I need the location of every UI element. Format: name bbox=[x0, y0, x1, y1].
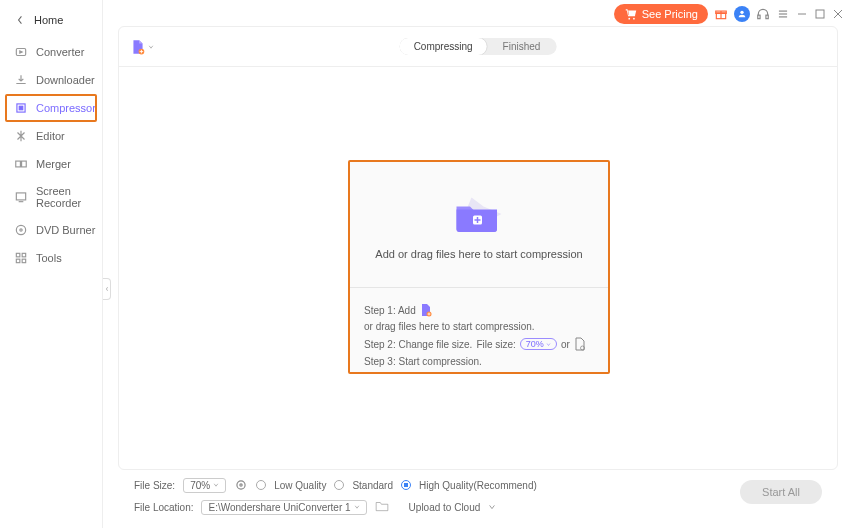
dropzone-prompt: Add or drag files here to start compress… bbox=[375, 248, 582, 260]
window-close-icon[interactable] bbox=[832, 8, 844, 20]
svg-rect-12 bbox=[816, 10, 824, 18]
sidebar-item-label: Merger bbox=[36, 158, 71, 170]
tools-icon bbox=[14, 251, 28, 265]
sidebar-item-label: Screen Recorder bbox=[36, 185, 96, 209]
back-home[interactable]: Home bbox=[0, 0, 102, 38]
svg-marker-16 bbox=[20, 51, 22, 53]
window-minimize-icon[interactable] bbox=[796, 8, 808, 20]
folder-add-icon bbox=[449, 190, 509, 238]
step1-a: Step 1: Add bbox=[364, 305, 416, 316]
q-high: High Quality(Recommend) bbox=[419, 480, 537, 491]
file-size-select[interactable]: 70% bbox=[183, 478, 226, 493]
step2-select[interactable]: 70% bbox=[520, 338, 557, 350]
sidebar-item-compressor[interactable]: Compressor bbox=[5, 94, 97, 122]
svg-point-40 bbox=[240, 484, 242, 486]
step2-a: Step 2: Change file size. bbox=[364, 339, 472, 350]
radio-standard[interactable] bbox=[334, 480, 344, 490]
file-add-icon bbox=[420, 303, 432, 317]
add-file-button[interactable] bbox=[131, 39, 154, 55]
svg-point-24 bbox=[20, 229, 22, 231]
top-bar: See Pricing bbox=[614, 4, 844, 24]
sidebar-item-label: Editor bbox=[36, 130, 65, 142]
svg-point-1 bbox=[633, 18, 635, 20]
settings-icon[interactable] bbox=[234, 478, 248, 492]
chevron-down-icon[interactable] bbox=[488, 503, 496, 511]
svg-rect-19 bbox=[16, 161, 21, 167]
radio-high[interactable] bbox=[401, 480, 411, 490]
sidebar-item-label: Compressor bbox=[36, 102, 96, 114]
step1-b: or drag files here to start compression. bbox=[364, 321, 535, 332]
q-low: Low Quality bbox=[274, 480, 326, 491]
svg-rect-6 bbox=[758, 15, 760, 19]
sidebar-item-label: Downloader bbox=[36, 74, 95, 86]
home-label: Home bbox=[34, 14, 63, 26]
window-maximize-icon[interactable] bbox=[814, 8, 826, 20]
svg-rect-21 bbox=[16, 193, 25, 200]
chevron-down-icon bbox=[148, 44, 154, 50]
tab-finished[interactable]: Finished bbox=[487, 38, 557, 55]
see-pricing-button[interactable]: See Pricing bbox=[614, 4, 708, 24]
svg-point-39 bbox=[237, 481, 245, 489]
main-toolbar: Compressing Finished bbox=[119, 27, 837, 67]
gift-icon[interactable] bbox=[714, 7, 728, 21]
sidebar-item-label: Tools bbox=[36, 252, 62, 264]
editor-icon bbox=[14, 129, 28, 143]
sidebar-item-editor[interactable]: Editor bbox=[0, 122, 102, 150]
file-location-label: File Location: bbox=[134, 502, 193, 513]
cart-icon bbox=[624, 7, 638, 21]
sidebar-item-tools[interactable]: Tools bbox=[0, 244, 102, 272]
sidebar: Home Converter Downloader Compressor Edi… bbox=[0, 0, 103, 528]
sidebar-item-converter[interactable]: Converter bbox=[0, 38, 102, 66]
svg-point-0 bbox=[628, 18, 630, 20]
file-settings-icon bbox=[574, 337, 586, 351]
file-location-select[interactable]: E:\Wondershare UniConverter 1 bbox=[201, 500, 366, 515]
step2-or: or bbox=[561, 339, 570, 350]
dvd-burner-icon bbox=[14, 223, 28, 237]
svg-rect-7 bbox=[766, 15, 768, 19]
compressor-icon bbox=[14, 101, 28, 115]
open-folder-icon[interactable] bbox=[375, 500, 389, 514]
sidebar-item-screen-recorder[interactable]: Screen Recorder bbox=[0, 178, 102, 216]
tab-segment: Compressing Finished bbox=[400, 38, 557, 55]
svg-rect-18 bbox=[19, 106, 23, 110]
downloader-icon bbox=[14, 73, 28, 87]
dropzone[interactable]: Add or drag files here to start compress… bbox=[348, 160, 610, 374]
step3: Step 3: Start compression. bbox=[364, 356, 482, 367]
sidebar-item-dvd-burner[interactable]: DVD Burner bbox=[0, 216, 102, 244]
svg-rect-26 bbox=[22, 253, 26, 257]
converter-icon bbox=[14, 45, 28, 59]
file-size-label: File Size: bbox=[134, 480, 175, 491]
headset-icon[interactable] bbox=[756, 7, 770, 21]
radio-low[interactable] bbox=[256, 480, 266, 490]
sidebar-item-label: Converter bbox=[36, 46, 84, 58]
user-icon[interactable] bbox=[734, 6, 750, 22]
tab-compressing[interactable]: Compressing bbox=[400, 38, 488, 55]
start-all-button[interactable]: Start All bbox=[740, 480, 822, 504]
svg-point-23 bbox=[16, 225, 25, 234]
svg-rect-28 bbox=[22, 259, 26, 263]
upload-cloud-label: Upload to Cloud bbox=[409, 502, 481, 513]
svg-rect-20 bbox=[22, 161, 27, 167]
menu-icon[interactable] bbox=[776, 7, 790, 21]
sidebar-collapse-button[interactable] bbox=[103, 278, 111, 300]
folder-area: Add or drag files here to start compress… bbox=[350, 162, 608, 288]
see-pricing-label: See Pricing bbox=[642, 8, 698, 20]
merger-icon bbox=[14, 157, 28, 171]
sidebar-item-downloader[interactable]: Downloader bbox=[0, 66, 102, 94]
bottom-bar: File Size: 70% Low Quality Standard High… bbox=[118, 474, 838, 518]
sidebar-item-label: DVD Burner bbox=[36, 224, 95, 236]
svg-point-5 bbox=[740, 11, 743, 14]
dropzone-steps: Step 1: Add or drag files here to start … bbox=[350, 288, 608, 382]
screen-recorder-icon bbox=[14, 190, 28, 204]
step2-b: File size: bbox=[476, 339, 515, 350]
svg-rect-27 bbox=[16, 259, 20, 263]
sidebar-item-merger[interactable]: Merger bbox=[0, 150, 102, 178]
svg-rect-25 bbox=[16, 253, 20, 257]
q-std: Standard bbox=[352, 480, 393, 491]
